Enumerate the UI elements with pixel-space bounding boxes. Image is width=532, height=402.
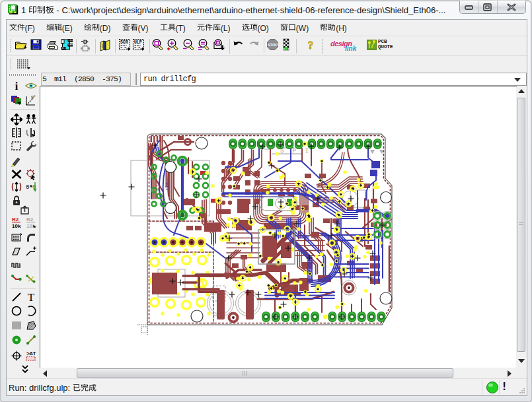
svg-text:STOP: STOP xyxy=(267,43,278,47)
svg-text:r2+: r2+ xyxy=(165,182,170,191)
svg-text:SCR: SCR xyxy=(120,40,128,45)
svg-text:R2: R2 xyxy=(26,217,34,222)
svg-text:10k: 10k xyxy=(12,223,21,228)
svg-text:9°: 9° xyxy=(31,95,36,100)
svg-text:?: ? xyxy=(307,39,313,51)
svg-text:0: 0 xyxy=(26,184,29,191)
svg-text:T: T xyxy=(28,291,35,303)
svg-text:ULP: ULP xyxy=(134,40,142,45)
svg-text:4J: 4J xyxy=(155,185,161,191)
svg-text:R2: R2 xyxy=(12,217,19,222)
svg-text:i: i xyxy=(15,81,19,92)
svg-text:10k: 10k xyxy=(26,223,36,228)
svg-text:>AT: >AT xyxy=(26,351,36,356)
